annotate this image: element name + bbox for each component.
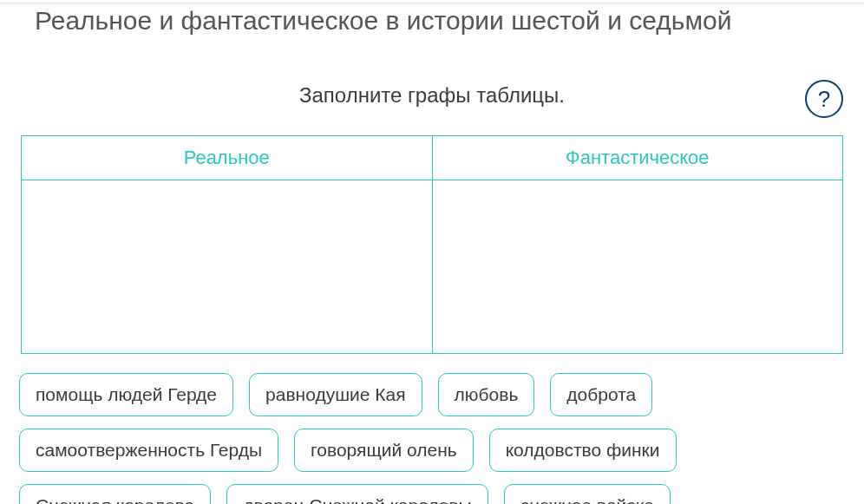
- chip-item[interactable]: Снежная королева: [19, 484, 211, 504]
- column-header-fantastic: Фантастическое: [432, 136, 843, 180]
- chip-item[interactable]: помощь людей Герде: [19, 373, 233, 416]
- chip-item[interactable]: снежное войско: [504, 484, 671, 504]
- chip-item[interactable]: колдовство финки: [489, 429, 677, 472]
- column-header-real: Реальное: [22, 136, 433, 180]
- classification-table: Реальное Фантастическое: [21, 135, 843, 354]
- instruction-text: Заполните графы таблицы.: [0, 83, 864, 108]
- page-title: Реальное и фантастическое в истории шест…: [0, 3, 864, 36]
- chip-item[interactable]: дворец Снежной королевы: [226, 484, 488, 504]
- chip-item[interactable]: самоотверженность Герды: [19, 429, 278, 472]
- instruction-row: Заполните графы таблицы. ?: [0, 83, 864, 108]
- dropzone-fantastic[interactable]: [432, 180, 843, 354]
- question-mark-icon: ?: [818, 86, 830, 113]
- help-button[interactable]: ?: [805, 80, 843, 118]
- table-area: Реальное Фантастическое: [21, 135, 843, 354]
- chip-item[interactable]: доброта: [550, 373, 652, 416]
- chip-item[interactable]: говорящий олень: [294, 429, 474, 472]
- chip-item[interactable]: любовь: [438, 373, 535, 416]
- dropzone-real[interactable]: [22, 180, 433, 354]
- chip-item[interactable]: равнодушие Кая: [249, 373, 422, 416]
- chip-bank: помощь людей Герде равнодушие Кая любовь…: [19, 373, 845, 504]
